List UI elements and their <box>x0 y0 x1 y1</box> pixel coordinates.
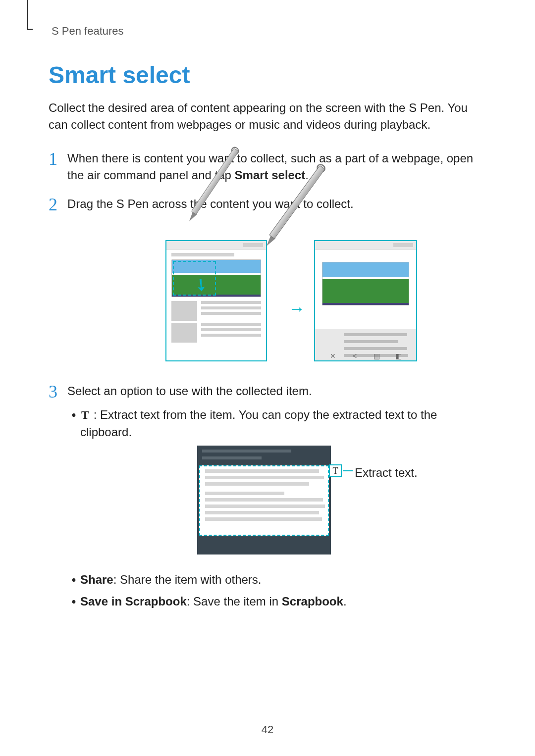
landscape-image <box>322 262 409 305</box>
bullet-extract-text: • T : Extract text from the item. You ca… <box>67 406 486 440</box>
step-1-body: When there is content you want to collec… <box>67 150 486 184</box>
more-icon: ◧ <box>394 352 403 358</box>
save-scrapbook-text-b: . <box>343 595 347 608</box>
phone-content: ➘ <box>166 250 266 348</box>
save-icon: ▤ <box>372 352 381 358</box>
thumbnail <box>171 301 197 321</box>
bullet-dot-icon: • <box>67 571 80 588</box>
steps-list: 1 When there is content you want to coll… <box>49 150 486 615</box>
step-3-body: Select an option to use with the collect… <box>67 383 486 614</box>
figure-drag-spen: ➘ <box>67 213 486 362</box>
share-icon: < <box>350 352 359 358</box>
bullet-share: • Share: Share the item with others. <box>67 571 486 588</box>
callout-line <box>343 470 353 471</box>
share-label: Share <box>80 573 113 586</box>
step-2: 2 Drag the S Pen across the content you … <box>49 196 486 371</box>
manual-page: S Pen features Smart select Collect the … <box>0 0 535 756</box>
step-2-body: Drag the S Pen across the content you wa… <box>67 196 486 371</box>
share-text: : Share the item with others. <box>113 573 262 586</box>
step-2-text: Drag the S Pen across the content you wa… <box>67 197 354 210</box>
scrapbook-app-name: Scrapbook <box>282 595 343 608</box>
step-1-bold: Smart select <box>235 168 306 182</box>
extract-text-screenshot <box>197 446 331 554</box>
page-number: 42 <box>0 723 535 736</box>
save-scrapbook-label: Save in Scrapbook <box>80 595 187 608</box>
step-1-text-b: . <box>305 168 309 182</box>
extract-text-T-icon: T <box>329 464 342 477</box>
step-3-sublist: • T : Extract text from the item. You ca… <box>67 406 486 440</box>
extract-text-caption: Extract text. <box>355 464 418 481</box>
header-tick <box>27 29 33 30</box>
step-number: 1 <box>49 150 67 184</box>
step-1: 1 When there is content you want to coll… <box>49 150 486 184</box>
phone-frame-source: ➘ <box>165 240 267 361</box>
phone-bottombar: ✕ < ▤ ◧ <box>315 329 416 360</box>
bullet-save-scrapbook: • Save in Scrapbook: Save the item in Sc… <box>67 593 486 610</box>
phone-titlebar <box>315 241 416 250</box>
save-scrapbook-text-a: : Save the item in <box>187 595 282 608</box>
breadcrumb: S Pen features <box>52 25 486 38</box>
phone-titlebar <box>166 241 266 250</box>
step-3: 3 Select an option to use with the colle… <box>49 383 486 614</box>
step-number: 2 <box>49 196 67 371</box>
step-3-text: Select an option to use with the collect… <box>67 384 312 398</box>
phone-frame-result: ✕ < ▤ ◧ <box>314 240 417 361</box>
selection-rectangle <box>199 465 329 536</box>
figure-extract-text: T Extract text. <box>67 446 486 559</box>
intro-paragraph: Collect the desired area of content appe… <box>49 100 486 133</box>
step-3-sublist-2: • Share: Share the item with others. • S… <box>67 571 486 610</box>
thumbnail <box>171 323 197 343</box>
step-number: 3 <box>49 383 67 614</box>
right-arrow-icon: → <box>288 297 305 320</box>
page-title: Smart select <box>49 61 486 89</box>
bullet-dot-icon: • <box>67 406 80 440</box>
close-icon: ✕ <box>328 352 337 358</box>
bullet-dot-icon: • <box>67 593 80 610</box>
text-T-icon: T <box>80 406 90 423</box>
header-rule <box>27 0 28 30</box>
landscape-image: ➘ <box>171 259 261 297</box>
phone-content <box>315 250 416 305</box>
bullet-extract-text-body: : Extract text from the item. You can co… <box>80 408 437 438</box>
